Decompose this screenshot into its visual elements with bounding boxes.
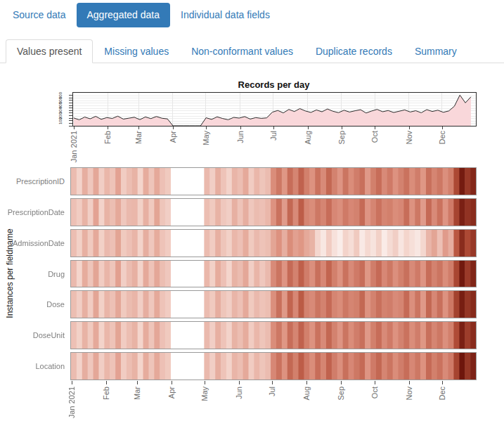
heatmap-row-label-doseunit: DoseUnit <box>0 331 65 339</box>
records-month-label-nov: Nov <box>405 131 414 145</box>
heatmap-month-label-jan-2021: Jan 2021 <box>67 387 77 418</box>
records-month-label-sep: Sep <box>337 131 347 145</box>
heatmap-row-label-prescriptiondate: PrescriptionDate <box>0 208 65 216</box>
heatmap-x-tick <box>306 381 307 384</box>
records-y-tick <box>69 108 72 108</box>
heatmap-row-drug <box>70 260 477 288</box>
tab-summary[interactable]: Summary <box>403 39 468 63</box>
records-x-tick <box>442 127 443 129</box>
records-month-label-dec: Dec <box>438 131 447 145</box>
records-month-label-mar: Mar <box>134 131 143 144</box>
records-per-day-canvas <box>73 93 476 126</box>
records-y-tick <box>69 103 72 103</box>
nav-pill-source-data[interactable]: Source data <box>2 3 77 27</box>
records-y-tick <box>69 100 72 100</box>
heatmap-row-label-prescriptionid: PrescriptionID <box>0 177 65 186</box>
records-y-tick <box>69 95 72 96</box>
heatmap-month-label-mar: Mar <box>133 387 142 400</box>
heatmap-row-canvas <box>71 261 476 287</box>
heatmap-row-doseunit <box>70 321 477 349</box>
records-x-tick <box>240 127 241 129</box>
heatmap-row-label-location: Location <box>0 362 65 370</box>
records-y-tick <box>69 105 72 106</box>
heatmap-x-tick <box>272 381 273 384</box>
heatmap-month-label-sep: Sep <box>337 387 346 401</box>
records-y-tick <box>69 115 72 116</box>
records-month-label-aug: Aug <box>304 131 313 145</box>
records-x-tick <box>409 127 410 129</box>
heatmap-row-canvas <box>71 291 476 318</box>
heatmap-row-canvas <box>71 353 476 380</box>
records-x-tick <box>308 127 309 129</box>
records-x-tick <box>108 127 108 129</box>
records-x-tick <box>342 127 342 129</box>
heatmap-month-label-nov: Nov <box>405 387 414 401</box>
heatmap-row-label-drug: Drug <box>0 270 65 278</box>
heatmap-row-canvas <box>71 230 476 257</box>
heatmap-month-label-feb: Feb <box>102 387 111 400</box>
records-month-label-feb: Feb <box>103 131 112 144</box>
dataset-nav: Source dataAggregated dataIndividual dat… <box>2 3 280 27</box>
heatmap-row-label-dose: Dose <box>0 300 65 309</box>
tab-duplicate-records[interactable]: Duplicate records <box>304 39 403 63</box>
records-y-tick <box>69 120 72 121</box>
heatmap-month-label-jul: Jul <box>268 387 277 396</box>
heatmap-row-prescriptiondate <box>70 198 477 226</box>
heatmap-row-canvas <box>71 199 476 226</box>
records-x-tick <box>273 127 274 129</box>
heatmap-x-tick <box>341 381 342 384</box>
records-y-tick-label: 600 <box>58 92 63 99</box>
records-per-day-plot <box>72 92 477 127</box>
records-y-tick <box>69 126 72 127</box>
records-x-tick <box>375 127 375 129</box>
heatmap-row-label-admissiondate: AdmissionDate <box>0 239 65 247</box>
records-x-tick <box>138 127 139 129</box>
heatmap-x-tick <box>205 381 205 384</box>
heatmap-grid <box>70 167 477 380</box>
records-month-label-jan-2021: Jan 2021 <box>70 131 79 162</box>
nav-pill-aggregated-data[interactable]: Aggregated data <box>77 3 171 27</box>
records-y-tick <box>69 123 72 124</box>
nav-pill-individual-data-fields[interactable]: Individual data fields <box>170 3 280 27</box>
heatmap-x-tick <box>409 381 410 384</box>
records-month-label-oct: Oct <box>370 131 380 143</box>
heatmap-month-label-jun: Jun <box>235 387 244 399</box>
heatmap-x-tick <box>106 381 107 384</box>
heatmap-x-tick <box>172 381 172 384</box>
heatmap-month-label-aug: Aug <box>302 387 311 401</box>
heatmap-x-tick <box>72 381 72 384</box>
heatmap-x-tick <box>442 381 443 384</box>
tab-values-present[interactable]: Values present <box>6 39 93 63</box>
heatmap-x-tick <box>137 381 138 384</box>
heatmap-row-prescriptionid <box>70 167 477 195</box>
records-per-day-title: Records per day <box>72 79 475 90</box>
records-month-label-apr: Apr <box>169 131 178 143</box>
heatmap-month-label-apr: Apr <box>167 387 176 398</box>
records-month-label-may: May <box>202 131 211 145</box>
heatmap-row-canvas <box>71 168 476 195</box>
records-month-label-jun: Jun <box>236 131 245 143</box>
records-y-tick <box>69 112 72 113</box>
tab-missing-values[interactable]: Missing values <box>93 39 180 63</box>
records-x-tick <box>74 127 75 129</box>
records-x-tick <box>206 127 207 129</box>
data-quality-report-page: Source dataAggregated dataIndividual dat… <box>0 0 504 428</box>
heatmap-row-canvas <box>71 322 476 349</box>
heatmap-row-admissiondate <box>70 229 477 257</box>
heatmap-x-tick <box>375 381 375 384</box>
section-tabs: Values presentMissing valuesNon-conforma… <box>0 39 504 63</box>
records-y-tick <box>69 98 72 98</box>
heatmap-row-dose <box>70 290 477 318</box>
heatmap-x-tick <box>239 381 240 384</box>
records-y-tick <box>69 110 72 111</box>
heatmap-month-label-oct: Oct <box>370 387 380 398</box>
records-x-tick <box>173 127 174 129</box>
records-month-label-jul: Jul <box>269 131 278 141</box>
tab-non-conformant-values[interactable]: Non-conformant values <box>180 39 304 63</box>
heatmap-month-label-may: May <box>200 387 209 401</box>
heatmap-month-label-dec: Dec <box>438 387 447 401</box>
heatmap-row-location <box>70 352 477 380</box>
records-y-tick <box>69 118 72 119</box>
